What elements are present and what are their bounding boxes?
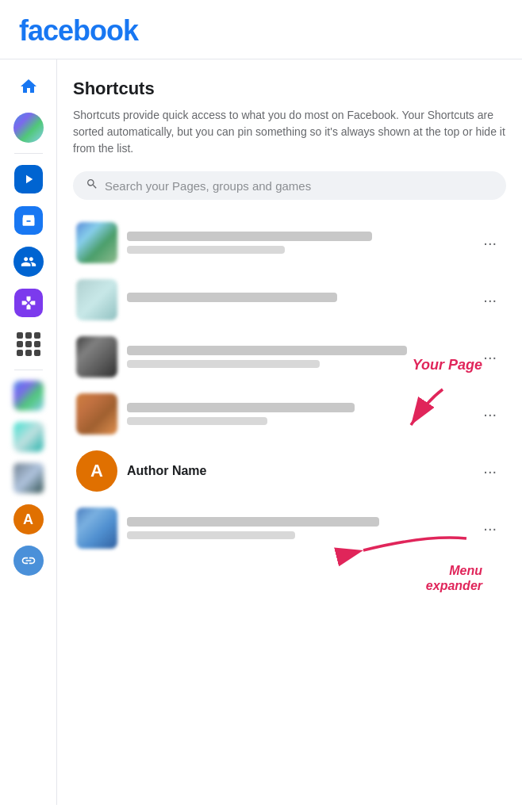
shortcut-more-button-6[interactable]: ··· [477,517,503,539]
shortcut-avatar-3 [76,336,117,377]
shortcut-avatar-2 [76,279,117,320]
shortcut-avatar-1 [76,222,117,263]
main-layout: A Shortcuts Shortcuts provide quick acce… [0,59,522,805]
shortcut-item-4-wrapper: ··· Your Page [73,387,506,441]
grid-dot [17,341,23,347]
sidebar-page-3[interactable] [11,461,46,496]
shortcut-item[interactable]: ··· [73,216,506,270]
shortcut-name-bar [127,293,337,302]
grid-dot [25,332,32,339]
shortcut-name-area-2 [127,293,477,307]
grid-dot [25,341,32,347]
shortcut-name-bar2 [127,531,295,539]
shortcut-more-button-2[interactable]: ··· [477,289,503,311]
shortcut-avatar-6 [76,508,117,549]
content-area: Shortcuts Shortcuts provide quick access… [57,59,522,805]
search-bar[interactable]: Search your Pages, groups and games [73,171,506,200]
shortcut-name-area-4 [127,403,477,425]
grid-dot [17,332,23,339]
gaming-icon[interactable] [11,285,46,320]
menu-expander-annotation: Menuexpander [426,563,482,593]
sidebar-page-1[interactable] [11,378,46,413]
sidebar-page-2[interactable] [11,419,46,454]
watch-icon[interactable] [11,162,46,197]
shortcut-author-name-area: Author Name [127,464,477,478]
header: facebook [0,0,522,59]
search-icon [86,178,98,193]
shortcut-name-bar [127,403,355,412]
marketplace-icon[interactable] [11,203,46,238]
shortcut-more-button-1[interactable]: ··· [477,232,503,254]
shortcut-name-bar2 [127,360,320,368]
user-avatar-icon[interactable] [11,110,46,145]
shortcut-name-bar [127,346,407,355]
grid-dot [25,350,32,356]
grid-dot [34,332,40,339]
grid-dot [17,350,23,356]
search-placeholder: Search your Pages, groups and games [105,179,311,193]
shortcut-item-author[interactable]: A Author Name ··· [73,444,506,498]
apps-icon[interactable] [11,327,46,362]
page-description: Shortcuts provide quick access to what y… [73,107,506,157]
shortcut-name-bar [127,517,379,527]
shortcut-name-area-1 [127,232,477,254]
sidebar-divider-2 [14,370,43,370]
page-title: Shortcuts [73,79,506,99]
author-avatar: A [76,450,117,492]
shortcut-item[interactable]: ··· [73,501,506,555]
sidebar-link-icon[interactable] [11,543,46,578]
shortcut-item[interactable]: ··· [73,273,506,327]
facebook-logo: facebook [19,14,503,48]
groups-icon[interactable] [11,244,46,279]
shortcut-more-button-4[interactable]: ··· [477,403,503,425]
sidebar-divider-1 [14,153,43,154]
sidebar-author-icon[interactable]: A [11,502,46,537]
grid-dot [34,341,40,347]
shortcut-name-bar [127,232,372,241]
shortcut-name-bar2 [127,246,285,254]
shortcut-name-area-6 [127,517,477,539]
author-name: Author Name [127,464,206,477]
shortcut-name-bar2 [127,417,267,425]
shortcut-list: ··· ··· ··· [73,216,506,555]
shortcut-item-6-wrapper: ··· Menuexpander [73,501,506,555]
grid-dot [34,350,40,356]
home-icon[interactable] [11,69,46,104]
shortcut-more-button-5[interactable]: ··· [477,460,503,482]
shortcut-more-button-3[interactable]: ··· [477,346,503,368]
shortcut-avatar-4 [76,393,117,435]
shortcut-item[interactable]: ··· [73,387,506,441]
shortcut-name-area-3 [127,346,477,368]
shortcut-item[interactable]: ··· [73,330,506,384]
sidebar: A [0,59,57,805]
